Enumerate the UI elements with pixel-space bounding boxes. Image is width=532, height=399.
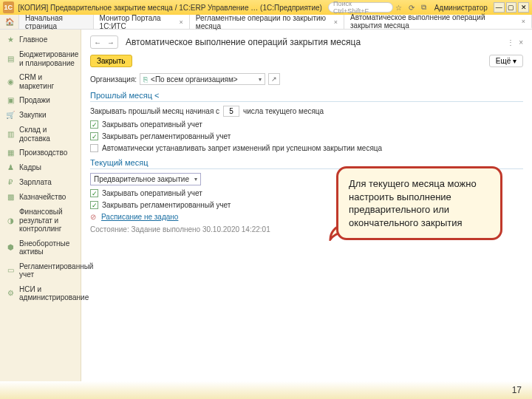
minimize-button[interactable]: — bbox=[494, 2, 505, 13]
close-window-button[interactable]: ✕ bbox=[518, 2, 529, 13]
close-icon[interactable]: × bbox=[334, 18, 338, 26]
close-button[interactable]: Закрыть bbox=[90, 55, 132, 67]
sidebar: ★Главное ▤Бюджетирование и планирование … bbox=[0, 30, 81, 381]
kebab-icon[interactable]: ⋮ bbox=[507, 38, 514, 47]
reg-icon: ▭ bbox=[6, 266, 15, 275]
home-tab[interactable]: 🏠 bbox=[0, 15, 19, 29]
page-number: 17 bbox=[512, 385, 522, 395]
status-label: Состояние: bbox=[90, 225, 129, 233]
result-icon: ◑ bbox=[6, 216, 15, 225]
search-input[interactable]: Поиск Ctrl+Shift+F bbox=[328, 2, 393, 13]
tab-label: Монитор Портала 1С:ИТС bbox=[100, 14, 177, 30]
page-title: Автоматическое выполнение операций закры… bbox=[126, 37, 361, 47]
factory-icon: ▦ bbox=[6, 149, 15, 157]
slide-footer: 17 bbox=[0, 381, 532, 399]
checkbox-label: Закрывать оперативный учет bbox=[102, 120, 202, 129]
prev-text-a: Закрывать прошлый месяц начиная с bbox=[90, 107, 219, 115]
money-icon: ₽ bbox=[6, 178, 15, 187]
sidebar-item-label: Склад и доставка bbox=[19, 126, 75, 143]
sidebar-item-label: НСИ и администрирование bbox=[19, 285, 89, 302]
sidebar-item[interactable]: ▭Регламентированный учет bbox=[0, 259, 81, 282]
start-page-tab[interactable]: Начальная страница bbox=[19, 15, 94, 29]
org-select[interactable]: ⎘ <По всем организациям> ▾ bbox=[140, 73, 265, 85]
asset-icon: ⬢ bbox=[6, 243, 15, 252]
section-prev-month: Прошлый месяц < bbox=[90, 91, 523, 102]
maximize-button[interactable]: ▢ bbox=[506, 2, 517, 13]
main-panel: ← → Автоматическое выполнение операций з… bbox=[81, 30, 532, 381]
sidebar-item-label: CRM и маркетинг bbox=[19, 73, 75, 90]
sidebar-item-label: Зарплата bbox=[19, 178, 52, 187]
sidebar-item[interactable]: ♟Кадры bbox=[0, 160, 81, 175]
sidebar-item[interactable]: ▤Бюджетирование и планирование bbox=[0, 47, 81, 70]
box-icon: ▥ bbox=[6, 130, 15, 139]
tab-bar: 🏠 Начальная страница Монитор Портала 1С:… bbox=[0, 15, 532, 30]
sidebar-item[interactable]: 🛒Закупки bbox=[0, 108, 81, 123]
org-icon: ⎘ bbox=[143, 75, 148, 83]
sidebar-item-label: Кадры bbox=[19, 163, 41, 172]
sidebar-item[interactable]: ★Главное bbox=[0, 33, 81, 47]
schedule-link[interactable]: Расписание не задано bbox=[101, 213, 178, 221]
treasury-icon: ▩ bbox=[6, 193, 15, 202]
tab-monitor[interactable]: Монитор Портала 1С:ИТС× bbox=[94, 15, 190, 29]
day-input[interactable] bbox=[223, 106, 239, 117]
app-logo: 1C bbox=[3, 1, 14, 13]
checkbox-label: Закрывать регламентированный учет bbox=[102, 132, 231, 140]
sidebar-item[interactable]: ◉CRM и маркетинг bbox=[0, 70, 81, 93]
annotation-callout: Для текущего месяца можно настроить выпо… bbox=[336, 166, 502, 240]
sidebar-item-label: Финансовый результат и контроллинг bbox=[19, 208, 75, 233]
tab-reglament[interactable]: Регламентные операции по закрытию месяца… bbox=[190, 15, 344, 29]
sidebar-item-label: Продажи bbox=[19, 96, 50, 105]
checkbox-cur-regl[interactable]: ✓ bbox=[90, 201, 98, 209]
sales-icon: ▣ bbox=[6, 96, 15, 105]
history-icon[interactable]: ⟳ bbox=[406, 2, 416, 13]
checkbox-label: Закрывать регламентированный учет bbox=[102, 201, 231, 209]
checkbox-oper[interactable]: ✓ bbox=[90, 120, 98, 129]
sidebar-item[interactable]: ⚙НСИ и администрирование bbox=[0, 282, 81, 305]
chevron-down-icon: ▾ bbox=[194, 176, 197, 183]
schedule-icon: ⊘ bbox=[90, 213, 96, 221]
tab-label: Регламентные операции по закрытию месяца bbox=[196, 14, 331, 30]
checkbox-regl[interactable]: ✓ bbox=[90, 132, 98, 140]
crm-icon: ◉ bbox=[6, 78, 15, 86]
sidebar-item[interactable]: ▦Производство bbox=[0, 146, 81, 160]
cart-icon: 🛒 bbox=[6, 111, 15, 120]
sidebar-item[interactable]: ⬢Внеоборотные активы bbox=[0, 236, 81, 259]
gear-icon: ⚙ bbox=[6, 289, 15, 298]
tab-label: Автоматическое выполнение операций закры… bbox=[350, 13, 519, 30]
checkbox-auto[interactable]: ✓ bbox=[90, 144, 98, 152]
closing-type-select[interactable]: Предварительное закрытие ▾ bbox=[90, 173, 201, 185]
chart-icon: ▤ bbox=[6, 55, 15, 64]
people-icon: ♟ bbox=[6, 163, 15, 172]
sidebar-item-label: Производство bbox=[19, 149, 67, 157]
sidebar-item[interactable]: ▩Казначейство bbox=[0, 190, 81, 205]
close-panel-icon[interactable]: × bbox=[519, 38, 523, 47]
tab-auto-close[interactable]: Автоматическое выполнение операций закры… bbox=[344, 15, 532, 29]
sidebar-item[interactable]: ₽Зарплата bbox=[0, 175, 81, 190]
user-label[interactable]: Администратор bbox=[434, 4, 488, 12]
back-button[interactable]: ← bbox=[91, 36, 104, 48]
checkbox-label: Закрывать оперативный учет bbox=[102, 189, 202, 197]
org-label: Организация: bbox=[90, 75, 137, 83]
link-icon[interactable]: ⧉ bbox=[419, 2, 429, 13]
sidebar-item-label: Бюджетирование и планирование bbox=[19, 50, 78, 67]
star-icon: ★ bbox=[6, 35, 15, 44]
status-value: Задание выполнено 30.10.2020 14:22:01 bbox=[131, 225, 270, 233]
org-open-button[interactable]: ↗ bbox=[268, 73, 280, 85]
close-icon[interactable]: × bbox=[180, 18, 183, 26]
checkbox-cur-oper[interactable]: ✓ bbox=[90, 189, 98, 197]
sidebar-item-label: Главное bbox=[19, 35, 47, 44]
bell-icon[interactable]: ☆ bbox=[395, 2, 404, 13]
forward-button[interactable]: → bbox=[104, 36, 117, 48]
prev-text-b: числа текущего месяца bbox=[243, 107, 324, 115]
close-icon[interactable]: × bbox=[522, 18, 525, 25]
more-button[interactable]: Ещё ▾ bbox=[489, 55, 523, 67]
sidebar-item[interactable]: ◑Финансовый результат и контроллинг bbox=[0, 205, 81, 236]
sidebar-item[interactable]: ▥Склад и доставка bbox=[0, 123, 81, 146]
sidebar-item-label: Внеоборотные активы bbox=[19, 239, 75, 256]
select-value: Предварительное закрытие bbox=[94, 175, 189, 183]
org-value: <По всем организациям> bbox=[151, 75, 238, 83]
checkbox-label: Автоматически устанавливать запрет измен… bbox=[102, 144, 382, 152]
sidebar-item-label: Закупки bbox=[19, 111, 46, 120]
window-title: [КОПИЯ] Предварительное закрытие месяца … bbox=[18, 4, 322, 12]
sidebar-item[interactable]: ▣Продажи bbox=[0, 93, 81, 108]
